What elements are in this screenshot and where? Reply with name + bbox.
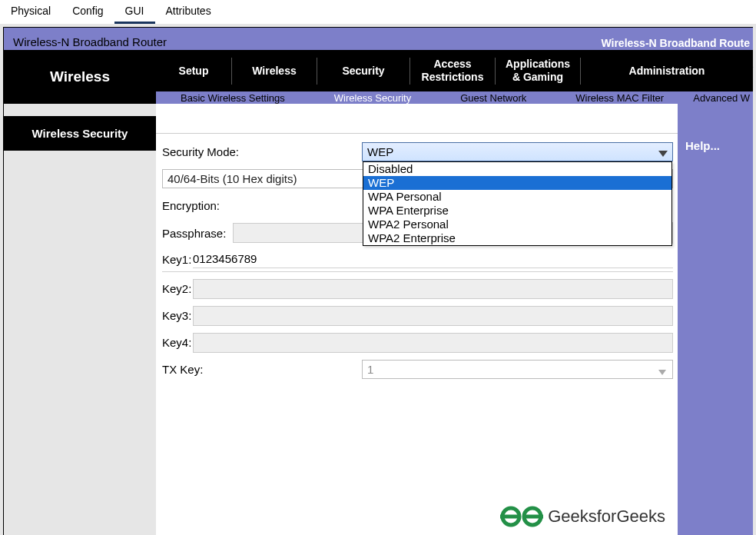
tab-gui[interactable]: GUI — [114, 0, 155, 24]
form-frame: Security Mode: WEP Disabled WEP WPA Pers… — [156, 133, 678, 380]
subtab-wireless-security[interactable]: Wireless Security — [320, 92, 425, 104]
passphrase-label: Passphrase: — [162, 227, 233, 240]
security-mode-label: Security Mode: — [162, 145, 362, 158]
watermark: GeeksforGeeks — [500, 503, 665, 530]
security-mode-value: WEP — [367, 145, 393, 158]
row-key4: Key4: — [162, 332, 673, 353]
navtab-apps[interactable]: Applications & Gaming — [496, 50, 580, 91]
subtab-basic[interactable]: Basic Wireless Settings — [167, 92, 299, 104]
router-frame: Wireless-N Broadband Router Firmwa Wirel… — [0, 24, 756, 535]
encryption-label: Encryption: — [162, 199, 362, 212]
key3-label: Key3: — [162, 309, 193, 322]
help-link[interactable]: Help... — [685, 139, 720, 152]
row-key2: Key2: — [162, 278, 673, 299]
cipher-value: 40/64-Bits (10 Hex digits) — [167, 172, 297, 185]
row-key3: Key3: — [162, 305, 673, 326]
key2-label: Key2: — [162, 282, 193, 295]
nav-bar: Wireless-N Broadband Route Setup Wireles… — [156, 50, 753, 104]
navtab-admin[interactable]: Administration — [581, 50, 753, 91]
security-mode-dropdown: Disabled WEP WPA Personal WPA Enterprise… — [363, 161, 672, 246]
nav-tabs: Wireless-N Broadband Route Setup Wireles… — [156, 50, 753, 91]
key2-input[interactable] — [193, 279, 673, 299]
nav-row: Wireless Wireless-N Broadband Route Setu… — [3, 50, 753, 104]
key1-label: Key1: — [162, 253, 193, 266]
subtab-advanced[interactable]: Advanced W — [679, 92, 753, 104]
app-root: Physical Config GUI Attributes Wireless-… — [0, 0, 756, 535]
txkey-select[interactable]: 1 — [362, 360, 673, 379]
nav-section-title: Wireless — [4, 50, 156, 104]
row-txkey: TX Key: 1 — [162, 359, 673, 380]
opt-wpa2-enterprise[interactable]: WPA2 Enterprise — [363, 231, 671, 245]
opt-wpa-personal[interactable]: WPA Personal — [363, 190, 671, 204]
key1-input[interactable]: 0123456789 — [193, 250, 673, 268]
watermark-text: GeeksforGeeks — [548, 507, 665, 527]
security-mode-select[interactable]: WEP Disabled WEP WPA Personal WPA Enterp… — [362, 142, 673, 161]
opt-disabled[interactable]: Disabled — [363, 162, 671, 176]
navtab-setup[interactable]: Setup — [156, 50, 231, 91]
section-label: Wireless Security — [4, 116, 156, 151]
key4-label: Key4: — [162, 336, 193, 349]
right-col: Help... — [678, 104, 753, 535]
tab-attributes[interactable]: Attributes — [155, 0, 222, 24]
row-key1: Key1: 0123456789 — [162, 250, 673, 272]
chevron-down-icon — [658, 146, 668, 159]
geeksforgeeks-icon — [500, 503, 543, 530]
opt-wpa-enterprise[interactable]: WPA Enterprise — [363, 204, 671, 218]
key4-input[interactable] — [193, 333, 673, 353]
main-row: Wireless Security Security Mode: WEP Dis… — [3, 104, 753, 535]
tab-config[interactable]: Config — [61, 0, 114, 24]
left-col: Wireless Security — [4, 104, 156, 535]
txkey-value: 1 — [367, 363, 373, 376]
chevron-down-icon — [658, 364, 666, 377]
navtab-wireless[interactable]: Wireless — [232, 50, 317, 91]
subtab-mac[interactable]: Wireless MAC Filter — [562, 92, 678, 104]
model-label: Wireless-N Broadband Route — [601, 36, 750, 50]
router-title: Wireless-N Broadband Router — [13, 35, 167, 48]
navtab-security[interactable]: Security — [317, 50, 410, 91]
top-tabs: Physical Config GUI Attributes — [0, 0, 756, 24]
key3-input[interactable] — [193, 306, 673, 326]
content-col: Security Mode: WEP Disabled WEP WPA Pers… — [156, 104, 678, 535]
tab-physical[interactable]: Physical — [0, 0, 61, 24]
opt-wpa2-personal[interactable]: WPA2 Personal — [363, 218, 671, 231]
sub-tabs: Basic Wireless Settings Wireless Securit… — [156, 91, 753, 104]
navtab-access[interactable]: Access Restrictions — [410, 50, 495, 91]
opt-wep[interactable]: WEP — [363, 176, 671, 190]
txkey-label: TX Key: — [162, 363, 362, 376]
row-security-mode: Security Mode: WEP Disabled WEP WPA Pers… — [162, 141, 673, 162]
subtab-guest[interactable]: Guest Network — [446, 92, 540, 104]
